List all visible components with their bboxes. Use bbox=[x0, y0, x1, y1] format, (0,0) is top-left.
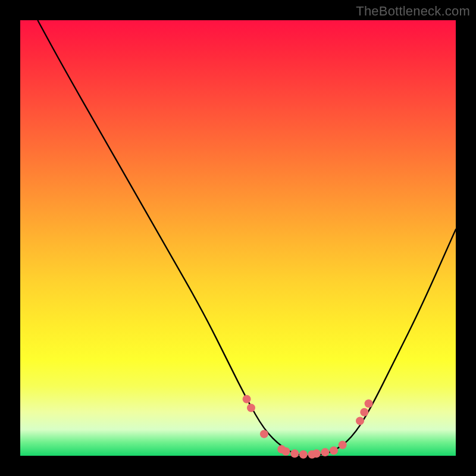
marker-dot bbox=[282, 447, 290, 456]
marker-dot bbox=[299, 450, 308, 459]
chart-svg bbox=[20, 20, 456, 456]
marker-dot bbox=[321, 448, 329, 456]
marker-dot bbox=[290, 449, 299, 458]
marker-dot bbox=[330, 446, 338, 455]
marker-dot bbox=[339, 441, 347, 449]
marker-dot bbox=[260, 430, 268, 438]
watermark-text: TheBottleneck.com bbox=[356, 4, 470, 19]
marker-dot bbox=[312, 449, 321, 458]
marker-dot bbox=[365, 399, 373, 408]
marker-dot bbox=[360, 408, 368, 416]
marker-dots bbox=[243, 395, 373, 459]
marker-dot bbox=[243, 395, 251, 403]
marker-dot bbox=[247, 404, 255, 412]
marker-dot bbox=[356, 416, 364, 425]
curve-layer bbox=[37, 20, 456, 456]
outer-frame: TheBottleneck.com bbox=[0, 0, 476, 476]
bottleneck-curve bbox=[37, 20, 456, 456]
